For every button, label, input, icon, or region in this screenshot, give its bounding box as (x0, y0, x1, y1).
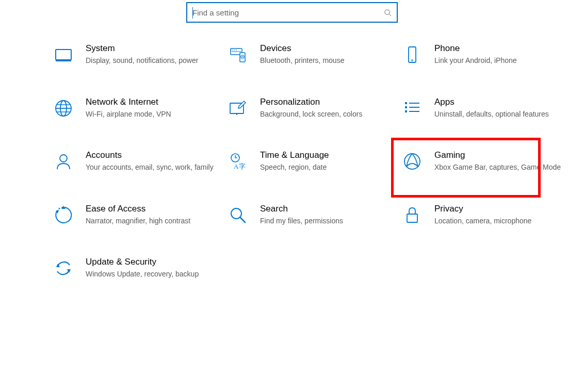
category-title: Gaming (434, 150, 561, 160)
time-language-icon: A 字 (226, 150, 250, 171)
category-desc: Xbox Game Bar, captures, Game Mode (434, 162, 561, 173)
gaming-icon (400, 150, 424, 171)
category-desc: Find my files, permissions (260, 216, 343, 226)
svg-rect-12 (409, 47, 416, 62)
svg-text:字: 字 (239, 162, 246, 170)
category-personalization[interactable]: Personalization Background, lock screen,… (226, 97, 400, 120)
category-title: Search (260, 204, 343, 214)
svg-point-34 (404, 154, 420, 169)
category-privacy[interactable]: Privacy Location, camera, microphone (400, 204, 575, 226)
search-category-icon (226, 204, 250, 224)
category-phone[interactable]: Phone Link your Android, iPhone (400, 43, 575, 66)
settings-grid: System Display, sound, notifications, po… (0, 43, 584, 280)
category-desc: Speech, region, date (260, 162, 329, 173)
category-ease-of-access[interactable]: Ease of Access Narrator, magnifier, high… (52, 204, 226, 226)
svg-line-1 (389, 14, 391, 16)
svg-rect-22 (405, 102, 407, 104)
category-system[interactable]: System Display, sound, notifications, po… (52, 43, 226, 66)
category-time-language[interactable]: A 字 Time & Language Speech, region, date (226, 150, 400, 173)
category-title: Ease of Access (86, 204, 190, 214)
update-security-icon (52, 257, 75, 277)
category-desc: Wi-Fi, airplane mode, VPN (86, 109, 171, 120)
category-desc: Your accounts, email, sync, work, family (86, 162, 214, 173)
apps-icon (400, 97, 424, 118)
phone-icon (400, 43, 424, 64)
svg-rect-2 (56, 50, 71, 60)
svg-rect-39 (407, 214, 417, 222)
svg-point-37 (231, 208, 241, 219)
ease-of-access-icon (52, 204, 75, 224)
category-desc: Uninstall, defaults, optional features (434, 109, 549, 120)
text-caret (192, 7, 193, 19)
svg-point-13 (412, 60, 413, 61)
svg-point-0 (384, 9, 389, 14)
category-title: Apps (434, 97, 549, 107)
category-title: Personalization (260, 97, 362, 107)
devices-icon (226, 43, 250, 64)
category-desc: Narrator, magnifier, high contrast (86, 216, 190, 226)
category-title: Devices (260, 43, 344, 54)
personalization-icon (226, 97, 250, 118)
category-desc: Windows Update, recovery, backup (86, 269, 199, 280)
category-desc: Location, camera, microphone (434, 216, 531, 226)
search-input[interactable] (192, 8, 383, 17)
category-title: Privacy (434, 204, 531, 214)
category-title: Update & Security (86, 257, 199, 267)
category-desc: Bluetooth, printers, mouse (260, 56, 344, 66)
svg-point-28 (60, 155, 67, 162)
category-title: System (86, 43, 198, 54)
search-icon (383, 8, 392, 17)
svg-rect-24 (405, 110, 407, 112)
svg-rect-23 (405, 106, 407, 108)
category-title: Accounts (86, 150, 214, 160)
category-desc: Link your Android, iPhone (434, 56, 517, 66)
category-title: Time & Language (260, 150, 329, 160)
network-icon (52, 97, 75, 118)
svg-point-11 (242, 56, 243, 57)
category-update-security[interactable]: Update & Security Windows Update, recove… (52, 257, 226, 280)
svg-line-38 (240, 218, 245, 222)
category-apps[interactable]: Apps Uninstall, defaults, optional featu… (400, 97, 575, 120)
category-devices[interactable]: Devices Bluetooth, printers, mouse (226, 43, 400, 66)
privacy-icon (400, 204, 424, 224)
category-network[interactable]: Network & Internet Wi-Fi, airplane mode,… (52, 97, 226, 120)
category-search[interactable]: Search Find my files, permissions (226, 204, 400, 226)
category-desc: Background, lock screen, colors (260, 109, 362, 120)
svg-text:A: A (234, 162, 239, 170)
category-title: Phone (434, 43, 517, 54)
search-box[interactable] (186, 2, 398, 23)
system-icon (52, 43, 75, 64)
category-title: Network & Internet (86, 97, 171, 107)
category-gaming[interactable]: Gaming Xbox Game Bar, captures, Game Mod… (400, 150, 575, 173)
accounts-icon (52, 150, 75, 171)
category-accounts[interactable]: Accounts Your accounts, email, sync, wor… (52, 150, 226, 173)
category-desc: Display, sound, notifications, power (86, 56, 198, 66)
